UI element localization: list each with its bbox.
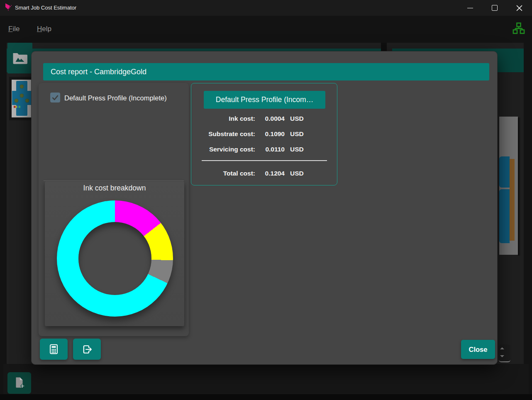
minimize-button[interactable] <box>461 0 480 16</box>
cost-label: Substrate cost: <box>191 130 255 138</box>
network-status-button[interactable] <box>512 22 526 36</box>
check-icon <box>51 93 59 102</box>
menu-file[interactable]: File <box>8 22 20 36</box>
cost-row-substrate: Substrate cost: 0.1090 USD <box>191 129 338 139</box>
cost-value: 0.1204 <box>255 170 285 177</box>
artwork-dot <box>20 94 24 98</box>
calculator-icon <box>48 344 59 355</box>
cost-unit: USD <box>290 130 304 138</box>
cost-unit: USD <box>290 170 304 177</box>
close-window-button[interactable] <box>510 0 529 16</box>
cost-label: Total cost: <box>191 170 255 177</box>
cost-value: 0.1090 <box>255 130 285 138</box>
job-thumbnail[interactable] <box>9 77 32 120</box>
menu-help[interactable]: Help <box>37 22 51 36</box>
profile-cost-card: Default Press Profile (Incom… Ink cost: … <box>191 83 337 185</box>
cost-value: 0.0110 <box>255 146 285 153</box>
export-icon <box>81 344 93 355</box>
cost-report-dialog: Cost report - CambridgeGold Default Pres… <box>31 51 498 365</box>
total-divider <box>202 160 327 161</box>
bottom-toolbar <box>3 364 529 394</box>
layout-preview <box>499 117 518 255</box>
cost-unit: USD <box>290 115 304 122</box>
cost-row-servicing: Servicing cost: 0.0110 USD <box>191 144 338 154</box>
maximize-button[interactable] <box>485 0 504 16</box>
close-icon <box>516 5 522 11</box>
job-thumbnail-dieline <box>12 80 32 117</box>
quantity-spinner[interactable] <box>499 344 510 362</box>
report-left-panel: Default Press Profile (Incomplete) Ink c… <box>39 83 189 336</box>
close-dialog-button[interactable]: Close <box>461 340 495 359</box>
cost-value: 0.0004 <box>255 115 285 122</box>
chart-title: Ink cost breakdown <box>45 184 184 193</box>
color-bar <box>14 106 20 108</box>
cost-unit: USD <box>290 146 304 153</box>
app-logo-icon <box>5 3 13 13</box>
cost-label: Servicing cost: <box>191 146 255 153</box>
jobs-folder-button[interactable] <box>7 43 32 73</box>
minimize-icon <box>467 8 473 8</box>
folder-image-icon <box>12 52 27 64</box>
new-file-icon <box>14 377 25 389</box>
sitemap-icon <box>512 22 526 35</box>
recalculate-button[interactable] <box>40 339 68 360</box>
cost-label: Ink cost: <box>191 115 255 122</box>
profile-checkbox[interactable] <box>50 93 60 102</box>
preview-dieline-panel <box>499 189 510 243</box>
artwork-dot <box>15 99 18 102</box>
divider <box>44 180 184 181</box>
titlebar: Smart Job Cost Estimator <box>0 0 532 16</box>
dialog-title: Cost report - CambridgeGold <box>43 63 489 80</box>
profile-header-button[interactable]: Default Press Profile (Incom… <box>204 91 325 109</box>
preview-shadow <box>518 117 521 256</box>
chevron-down-icon <box>500 355 504 357</box>
new-job-button[interactable] <box>7 372 31 394</box>
export-report-button[interactable] <box>73 339 101 360</box>
maximize-icon <box>492 5 498 11</box>
window-bottom-edge <box>0 394 532 400</box>
preview-substrate-strip <box>510 159 515 241</box>
dieline-horizontal-panel <box>12 91 32 105</box>
app-window: Smart Job Cost Estimator File Help <box>0 0 532 400</box>
cost-row-ink: Ink cost: 0.0004 USD <box>191 114 338 124</box>
ink-donut <box>57 200 173 317</box>
artwork-dot <box>20 85 24 88</box>
ink-chart-panel: Ink cost breakdown <box>45 181 184 326</box>
window-title: Smart Job Cost Estimator <box>15 0 76 16</box>
preview-dieline-panel <box>499 156 510 188</box>
donut-hole <box>78 222 151 295</box>
profile-checkbox-label: Default Press Profile (Incomplete) <box>64 93 167 103</box>
artwork-dot <box>25 99 29 102</box>
cost-row-total: Total cost: 0.1204 USD <box>191 168 338 178</box>
chevron-up-icon <box>500 347 504 349</box>
